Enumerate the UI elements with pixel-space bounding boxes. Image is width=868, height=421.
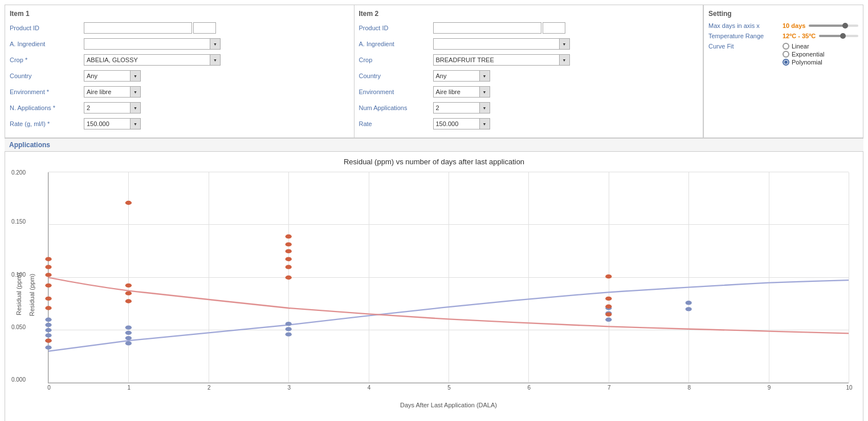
curve-exponential-option[interactable]: Exponential [783,51,825,58]
item2-napps-dropdown-btn[interactable] [479,103,490,113]
x-tick-7: 7 [608,383,611,391]
curve-fit-label: Curve Fit [708,43,783,50]
y-tick-4: 0.200 [11,169,26,176]
item2-point [286,249,292,253]
item2-napps-label: Num Applications [359,104,433,111]
item1-crop-row: Crop * ABELIA, GLOSSY [10,53,349,67]
item2-product-id-row: Product ID [359,21,699,35]
item1-country-select[interactable]: Any [84,70,141,82]
item1-environment-row: Environment * Aire libre [10,85,349,99]
item1-rate-value: 150.000 [84,120,130,127]
item1-ingredient-label: A. Ingredient [10,41,84,47]
item2-point [45,284,51,288]
item1-crop-label: Crop * [10,56,84,63]
item2-crop-dropdown-btn[interactable] [559,55,569,65]
item2-ingredient-dropdown-btn[interactable] [559,39,569,49]
item2-panel: Item 2 Product ID A. Ingredient [354,5,704,137]
x-tick-0: 0 [47,383,51,391]
item2-rate-value: 150.000 [434,120,479,127]
item2-country-select[interactable]: Any [433,70,490,82]
curve-linear-option[interactable]: Linear [783,43,825,50]
item1-rate-select[interactable]: 150.000 [84,118,141,129]
item1-point [125,325,132,329]
curve-exponential-label: Exponential [792,51,825,58]
item2-environment-select[interactable]: Aire libre [433,86,490,98]
item2-country-control: Any [433,70,699,82]
chart-section: Residual (ppm) vs number of days after l… [5,151,863,421]
item1-napps-select[interactable]: 2 [84,102,141,114]
curve-polynomial-radio[interactable] [783,59,789,66]
item2-rate-control: 150.000 [433,118,699,129]
item1-product-id-label: Product ID [10,25,84,31]
temperature-slider[interactable] [819,35,858,37]
item2-product-id-input1[interactable] [433,22,541,34]
item1-ingredient-dropdown-btn[interactable] [210,39,220,49]
item1-country-dropdown-btn[interactable] [130,71,140,81]
item1-napps-dropdown-btn[interactable] [130,103,140,113]
item2-product-id-label: Product ID [359,25,433,31]
item2-point [605,305,612,309]
item2-environment-dropdown-btn[interactable] [479,87,490,97]
item2-crop-select[interactable]: BREADFRUIT TREE [433,54,570,66]
chart-svg [48,172,849,383]
item2-product-id-inputs [433,22,565,34]
item1-crop-select[interactable]: ABELIA, GLOSSY [84,54,221,66]
item2-crop-label: Crop [359,56,433,63]
item1-napps-value: 2 [84,104,130,111]
item2-point [45,297,51,301]
item2-point [286,242,292,246]
item1-environment-dropdown-btn[interactable] [130,87,140,97]
item1-product-id-control [84,22,349,34]
item2-point [605,274,612,278]
item2-point [605,297,612,301]
x-tick-8: 8 [687,383,691,391]
item2-point [45,306,51,310]
curve-polynomial-label: Polynomial [792,59,822,66]
item1-environment-label: Environment * [10,88,84,95]
item1-point [125,341,132,345]
curve-linear-radio[interactable] [783,43,789,50]
curve-exponential-radio[interactable] [783,51,789,58]
item2-rate-select[interactable]: 150.000 [433,118,490,129]
item2-crop-row: Crop BREADFRUIT TREE [359,53,699,67]
item1-product-id-input2[interactable] [193,22,216,34]
item1-ingredient-row: A. Ingredient [10,37,349,51]
item2-country-dropdown-btn[interactable] [479,71,490,81]
item1-curve [48,280,849,351]
item2-environment-label: Environment [359,88,433,95]
item2-point [286,276,292,280]
applications-section: Applications [5,138,863,151]
item2-point [45,339,51,343]
item2-point [286,265,292,269]
item1-environment-select[interactable]: Aire libre [84,86,141,98]
x-tick-3: 3 [287,383,291,391]
item2-ingredient-select[interactable] [433,38,570,50]
item1-napps-label: N. Applications * [10,104,84,111]
item1-point [686,301,692,305]
item2-ingredient-row: A. Ingredient [359,37,699,51]
curve-linear-label: Linear [792,43,809,50]
item1-product-id-row: Product ID [10,21,349,35]
chart-title: Residual (ppm) vs number of days after l… [11,157,857,166]
item1-point [286,322,292,326]
temperature-row: Temperature Range 12ºC - 35ºC [708,33,858,39]
item1-title: Item 1 [10,10,349,18]
applications-label: Applications [9,141,50,149]
item1-rate-dropdown-btn[interactable] [130,119,140,129]
item1-point [125,336,132,340]
item1-crop-dropdown-btn[interactable] [210,55,220,65]
item1-ingredient-select[interactable] [84,38,221,50]
item2-rate-row: Rate 150.000 [359,117,699,131]
item2-napps-select[interactable]: 2 [433,102,490,114]
item1-rate-control: 150.000 [84,118,349,129]
max-days-slider[interactable] [809,25,858,27]
item2-rate-dropdown-btn[interactable] [479,119,490,129]
curve-polynomial-option[interactable]: Polynomial [783,59,825,66]
item2-environment-control: Aire libre [433,86,699,98]
settings-panel: Setting Max days in axis x 10 days Tempe… [703,5,863,137]
grid-v-10: 10 [849,172,849,383]
x-tick-10: 10 [846,383,852,391]
item1-product-id-input1[interactable] [84,22,192,34]
item2-product-id-input2[interactable] [543,22,565,34]
settings-title: Setting [708,10,858,18]
